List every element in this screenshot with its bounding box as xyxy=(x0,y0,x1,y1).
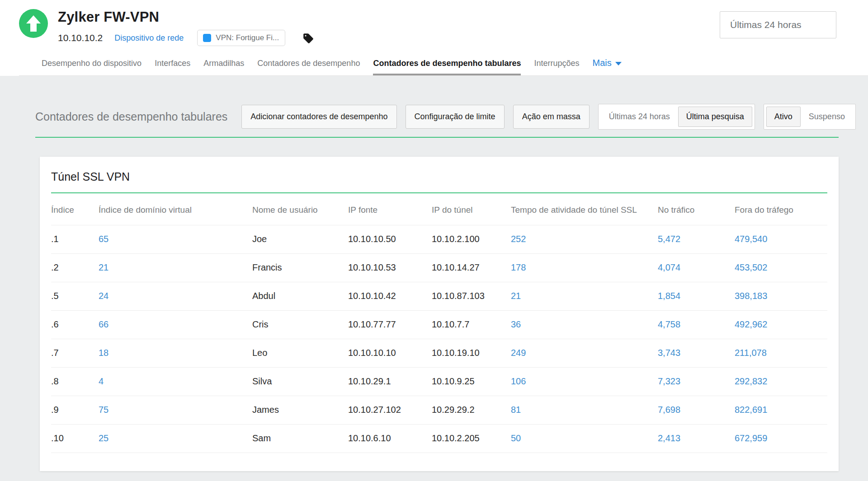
cell-fora-trafego-link[interactable]: 479,540 xyxy=(735,225,827,253)
cell-ip-fonte: 10.10.10.53 xyxy=(348,253,432,282)
cell-tempo-atividade-link[interactable]: 81 xyxy=(511,396,658,424)
cell-ip-fonte: 10.10.10.10 xyxy=(348,339,432,367)
cell-fora-trafego-link[interactable]: 492,962 xyxy=(735,310,827,339)
up-arrow-icon xyxy=(26,15,41,32)
tab-mais[interactable]: Mais xyxy=(593,58,622,75)
cell-tempo-atividade-link[interactable]: 106 xyxy=(511,367,658,396)
cell-fora-trafego-link[interactable]: 211,078 xyxy=(735,339,827,367)
table-row: .5 24 Abdul 10.10.10.42 10.10.87.103 21 … xyxy=(51,282,827,310)
cell-ip-fonte: 10.10.77.77 xyxy=(348,310,432,339)
cell-indice: .5 xyxy=(51,282,99,310)
add-performance-counters-button[interactable]: Adicionar contadores de desempenho xyxy=(241,105,396,129)
cell-nome-usuario: Leo xyxy=(252,339,348,367)
chevron-down-icon xyxy=(615,62,622,65)
tab-interfaces[interactable]: Interfaces xyxy=(155,59,190,75)
col-header-nome-usuario: Nome de usuário xyxy=(252,193,348,225)
vpn-tag-chip[interactable]: VPN: Fortigue Fi... xyxy=(197,30,285,46)
cell-ip-fonte: 10.10.27.102 xyxy=(348,396,432,424)
cell-no-trafico-link[interactable]: 4,074 xyxy=(658,253,735,282)
tab-contadores-de-desempenho[interactable]: Contadores de desempenho xyxy=(257,59,360,75)
col-header-tempo-atividade: Tempo de atividade do túnel SSL xyxy=(511,193,658,225)
cell-ip-tunel: 10.29.29.2 xyxy=(432,396,511,424)
device-type-link[interactable]: Dispositivo de rede xyxy=(114,33,184,43)
cell-tempo-atividade-link[interactable]: 178 xyxy=(511,253,658,282)
cell-ip-tunel: 10.10.87.103 xyxy=(432,282,511,310)
time-segment-control: Últimas 24 horas Última pesquisa xyxy=(598,104,755,130)
cell-tempo-atividade-link[interactable]: 21 xyxy=(511,282,658,310)
cell-ip-fonte: 10.10.10.50 xyxy=(348,225,432,253)
segment-ultimas-24-horas[interactable]: Últimas 24 horas xyxy=(601,107,678,127)
page-header: Zylker FW-VPN 10.10.10.2 Dispositivo de … xyxy=(0,0,868,76)
col-header-indice: Índice xyxy=(51,193,99,225)
cell-no-trafico-link[interactable]: 7,323 xyxy=(658,367,735,396)
cell-ip-fonte: 10.10.10.42 xyxy=(348,282,432,310)
segment-suspenso[interactable]: Suspenso xyxy=(801,107,853,127)
tab-mais-label: Mais xyxy=(593,58,612,68)
cell-no-trafico-link[interactable]: 7,698 xyxy=(658,396,735,424)
tab-armadilhas[interactable]: Armadilhas xyxy=(203,59,244,75)
device-status-icon xyxy=(19,9,48,38)
cell-ip-tunel: 10.10.19.10 xyxy=(432,339,511,367)
table-row: .9 75 James 10.10.27.102 10.29.29.2 81 7… xyxy=(51,396,827,424)
cell-indice: .10 xyxy=(51,424,99,453)
cell-indice: .7 xyxy=(51,339,99,367)
table-header-row: Índice Índice de domínio virtual Nome de… xyxy=(51,193,827,225)
tab-contadores-de-desempenho-tabulares[interactable]: Contadores de desempenho tabulares xyxy=(373,59,521,75)
cell-ip-tunel: 10.10.2.205 xyxy=(432,424,511,453)
page-title: Zylker FW-VPN xyxy=(58,9,314,25)
cell-ip-tunel: 10.10.2.100 xyxy=(432,225,511,253)
cell-nome-usuario: Sam xyxy=(252,424,348,453)
cell-ip-fonte: 10.10.6.10 xyxy=(348,424,432,453)
col-header-no-trafico: No tráfico xyxy=(658,193,735,225)
cell-indice-dominio-link[interactable]: 75 xyxy=(99,396,252,424)
segment-ativo[interactable]: Ativo xyxy=(766,107,801,127)
cell-ip-fonte: 10.10.29.1 xyxy=(348,367,432,396)
threshold-config-button[interactable]: Configuração de limite xyxy=(406,105,505,129)
cell-indice-dominio-link[interactable]: 66 xyxy=(99,310,252,339)
cell-ip-tunel: 10.10.9.25 xyxy=(432,367,511,396)
cell-fora-trafego-link[interactable]: 398,183 xyxy=(735,282,827,310)
cell-no-trafico-link[interactable]: 1,854 xyxy=(658,282,735,310)
col-header-indice-dominio-virtual: Índice de domínio virtual xyxy=(99,193,252,225)
cell-no-trafico-link[interactable]: 4,758 xyxy=(658,310,735,339)
cell-fora-trafego-link[interactable]: 822,691 xyxy=(735,396,827,424)
cell-indice-dominio-link[interactable]: 4 xyxy=(99,367,252,396)
table-row: .1 65 Joe 10.10.10.50 10.10.2.100 252 5,… xyxy=(51,225,827,253)
cell-fora-trafego-link[interactable]: 292,832 xyxy=(735,367,827,396)
table-row: .7 18 Leo 10.10.10.10 10.10.19.10 249 3,… xyxy=(51,339,827,367)
cell-indice-dominio-link[interactable]: 65 xyxy=(99,225,252,253)
cell-fora-trafego-link[interactable]: 453,502 xyxy=(735,253,827,282)
status-segment-control: Ativo Suspenso xyxy=(764,104,856,130)
ssl-vpn-tunnel-card: Túnel SSL VPN Índice Índice de domínio v… xyxy=(40,157,839,471)
cell-no-trafico-link[interactable]: 5,472 xyxy=(658,225,735,253)
cell-tempo-atividade-link[interactable]: 249 xyxy=(511,339,658,367)
tab-desempenho-do-dispositivo[interactable]: Desempenho do dispositivo xyxy=(42,59,142,75)
cell-indice: .1 xyxy=(51,225,99,253)
cell-indice-dominio-link[interactable]: 24 xyxy=(99,282,252,310)
tab-interrupcoes[interactable]: Interrupções xyxy=(534,59,579,75)
tag-icon[interactable] xyxy=(302,33,314,46)
cell-tempo-atividade-link[interactable]: 50 xyxy=(511,424,658,453)
cell-nome-usuario: James xyxy=(252,396,348,424)
cell-no-trafico-link[interactable]: 2,413 xyxy=(658,424,735,453)
bulk-action-button[interactable]: Ação em massa xyxy=(513,105,590,129)
cell-indice-dominio-link[interactable]: 25 xyxy=(99,424,252,453)
cell-indice: .8 xyxy=(51,367,99,396)
cell-nome-usuario: Cris xyxy=(252,310,348,339)
cell-indice-dominio-link[interactable]: 18 xyxy=(99,339,252,367)
cell-indice: .9 xyxy=(51,396,99,424)
cell-no-trafico-link[interactable]: 3,743 xyxy=(658,339,735,367)
global-time-range-select[interactable]: Últimas 24 horas xyxy=(720,11,836,38)
table-row: .8 4 Silva 10.10.29.1 10.10.9.25 106 7,3… xyxy=(51,367,827,396)
col-header-ip-fonte: IP fonte xyxy=(348,193,432,225)
device-tabs: Desempenho do dispositivo Interfaces Arm… xyxy=(19,46,868,76)
table-row: .10 25 Sam 10.10.6.10 10.10.2.205 50 2,4… xyxy=(51,424,827,453)
cell-tempo-atividade-link[interactable]: 252 xyxy=(511,225,658,253)
segment-ultima-pesquisa[interactable]: Última pesquisa xyxy=(678,107,752,127)
cell-nome-usuario: Joe xyxy=(252,225,348,253)
cell-fora-trafego-link[interactable]: 672,959 xyxy=(735,424,827,453)
cell-indice-dominio-link[interactable]: 21 xyxy=(99,253,252,282)
ssl-vpn-tunnel-table: Índice Índice de domínio virtual Nome de… xyxy=(51,193,827,453)
cell-tempo-atividade-link[interactable]: 36 xyxy=(511,310,658,339)
toolbar: Contadores de desempenho tabulares Adici… xyxy=(35,104,839,130)
